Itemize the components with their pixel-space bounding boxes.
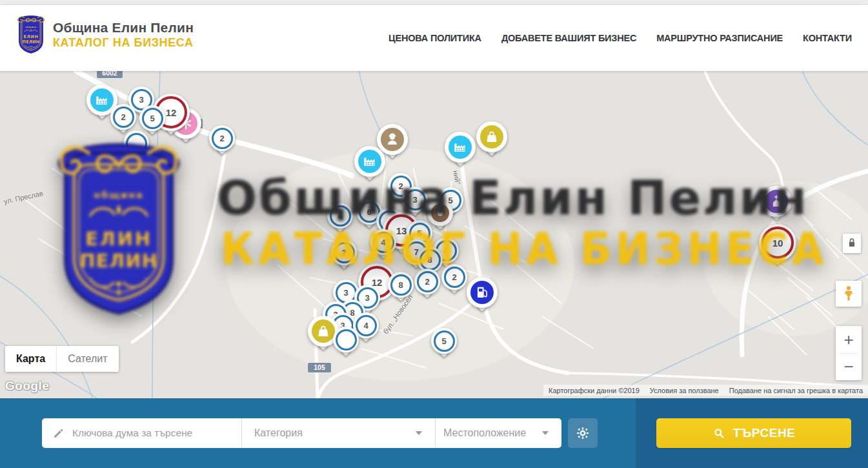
category-label: Категория xyxy=(254,427,303,439)
chevron-down-icon xyxy=(542,431,549,435)
bag-icon xyxy=(312,320,335,343)
church-icon xyxy=(765,190,788,213)
map-cluster-marker[interactable]: 8 xyxy=(388,272,414,298)
cluster-count: 8 xyxy=(390,274,412,296)
map-attribution: Картографски данни ©2019 Условия за полз… xyxy=(543,385,868,396)
page: Община Елин Пелин КАТАЛОГ НА БИЗНЕСА ЦЕН… xyxy=(0,0,868,468)
map-cluster-marker[interactable]: 2 xyxy=(110,104,136,130)
nav-route-schedule[interactable]: МАРШРУТНО РАЗПИСАНИЕ xyxy=(656,33,783,43)
attribution-copyright: Картографски данни ©2019 xyxy=(549,387,640,394)
search-pill: Категория Местоположение xyxy=(42,418,561,448)
map-cluster-marker[interactable]: 5 xyxy=(431,328,457,354)
search-button-label: ТЪРСЕНЕ xyxy=(733,426,796,440)
cluster-count: 2 xyxy=(417,271,438,292)
map-cluster-marker[interactable] xyxy=(333,327,359,352)
map-cluster-marker[interactable]: 4 xyxy=(370,229,396,255)
search-button[interactable]: ТЪРСЕНЕ xyxy=(656,418,851,448)
location-label: Местоположение xyxy=(443,427,526,439)
map-type-control: Карта Сателит xyxy=(5,346,119,372)
settings-button[interactable] xyxy=(568,418,598,448)
municipality-logo-icon xyxy=(15,14,46,56)
factory-icon xyxy=(358,150,381,173)
cluster-count: 4 xyxy=(373,232,394,253)
top-strip xyxy=(0,0,868,5)
gear-icon xyxy=(575,425,590,441)
zoom-in-button[interactable]: + xyxy=(836,326,862,353)
map-cluster-marker[interactable]: 10 xyxy=(759,224,796,261)
site-title: Община Елин Пелин xyxy=(53,20,194,36)
map-cluster-marker[interactable]: 2 xyxy=(209,125,235,151)
nav-pricing-policy[interactable]: ЦЕНОВА ПОЛИТИКА xyxy=(389,33,481,43)
keyword-input[interactable] xyxy=(71,427,241,440)
map-marker-church-icon[interactable] xyxy=(761,186,792,217)
category-select[interactable]: Категория xyxy=(242,418,435,448)
bag-icon xyxy=(480,125,503,148)
cluster-count: 2 xyxy=(113,107,134,128)
cluster-count: 8 xyxy=(419,249,441,270)
site-header: Община Елин Пелин КАТАЛОГ НА БИЗНЕСА ЦЕН… xyxy=(0,5,868,71)
chevron-down-icon xyxy=(416,431,422,435)
map-type-map-button[interactable]: Карта xyxy=(5,346,56,372)
cluster-count: 2 xyxy=(334,242,355,263)
fuel-icon xyxy=(470,281,494,304)
zoom-control: + − xyxy=(836,326,862,380)
zoom-out-button[interactable]: − xyxy=(836,354,862,381)
pegman-button[interactable] xyxy=(836,281,862,307)
cluster-count xyxy=(126,133,147,154)
keyword-section xyxy=(42,418,241,448)
map-markers: 3212522356471354247822128338334510 xyxy=(0,71,868,398)
cluster-count: 5 xyxy=(142,108,163,129)
map-lock-button[interactable] xyxy=(843,234,861,253)
map-marker-fuel-icon[interactable] xyxy=(467,277,498,308)
main-nav: ЦЕНОВА ПОЛИТИКА ДОБАВЕТЕ ВАШИЯТ БИЗНЕС М… xyxy=(389,5,852,71)
map-marker-bag-icon[interactable] xyxy=(476,121,507,152)
map-cluster-marker[interactable] xyxy=(123,130,149,156)
site-brand[interactable]: Община Елин Пелин КАТАЛОГ НА БИЗНЕСА xyxy=(15,14,194,56)
cluster-count: 4 xyxy=(330,205,351,227)
cluster-count: 10 xyxy=(762,227,794,259)
lock-icon xyxy=(845,236,859,250)
map-marker-factory-icon[interactable] xyxy=(354,146,385,177)
search-panel: Категория Местоположение xyxy=(0,398,868,468)
map-cluster-marker[interactable]: 2 xyxy=(441,264,467,290)
map-cluster-marker[interactable]: 4 xyxy=(327,203,353,229)
nav-contacts[interactable]: КОНТАКТИ xyxy=(803,33,852,43)
map-canvas[interactable]: 6002105 ул. Преславбул. „Новоселний“ 321… xyxy=(0,71,868,398)
map-cluster-marker[interactable]: 3 xyxy=(402,187,428,212)
location-select[interactable]: Местоположение xyxy=(436,418,561,448)
map-cluster-marker[interactable]: 2 xyxy=(414,269,440,294)
cluster-count: 2 xyxy=(212,128,233,149)
search-icon xyxy=(712,427,725,440)
pegman-icon xyxy=(840,285,858,303)
map-cluster-marker[interactable]: 2 xyxy=(331,239,357,265)
attribution-report-error-link[interactable]: Подаване на сигнал за грешка в картата xyxy=(729,387,863,394)
nav-add-your-business[interactable]: ДОБАВЕТЕ ВАШИЯТ БИЗНЕС xyxy=(501,33,636,43)
cluster-count: 3 xyxy=(405,189,426,210)
pencil-icon xyxy=(52,427,65,440)
droplet-icon xyxy=(431,204,449,222)
google-logo[interactable]: Google xyxy=(5,379,49,393)
map-cluster-marker[interactable]: 5 xyxy=(139,105,165,131)
cluster-count xyxy=(336,329,357,351)
factory-icon xyxy=(449,136,472,159)
cluster-count: 2 xyxy=(444,267,465,288)
map-type-satellite-button[interactable]: Сателит xyxy=(56,346,118,372)
attribution-terms-link[interactable]: Условия за ползване xyxy=(650,387,719,394)
brand-text: Община Елин Пелин КАТАЛОГ НА БИЗНЕСА xyxy=(53,20,194,50)
site-subtitle: КАТАЛОГ НА БИЗНЕСА xyxy=(53,36,194,50)
cluster-count: 5 xyxy=(434,331,455,352)
map-marker-factory-icon[interactable] xyxy=(445,132,476,163)
